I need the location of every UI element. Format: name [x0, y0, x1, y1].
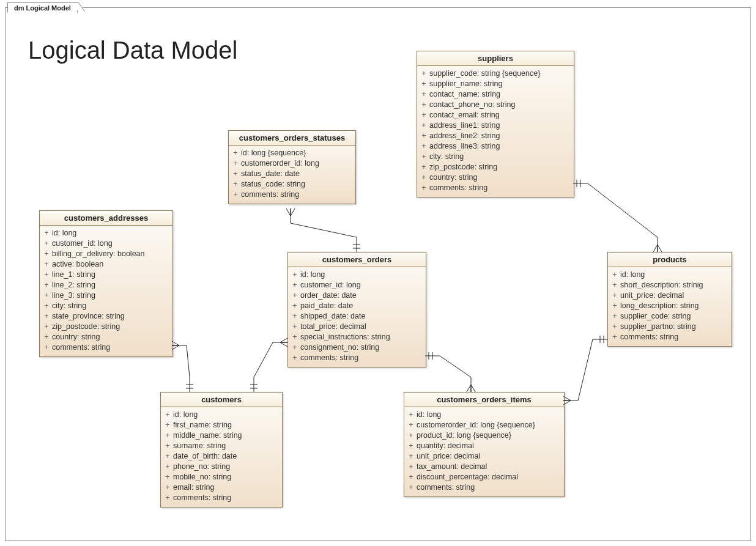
- attribute-row: +comments: string: [609, 332, 730, 342]
- attribute-row: +active: boolean: [41, 259, 171, 270]
- attribute-row: +city: string: [418, 152, 573, 162]
- attribute-text: line_1: string: [52, 270, 95, 280]
- attribute-row: +contact_name: string: [418, 89, 573, 100]
- attribute-text: paid_date: date: [300, 301, 353, 311]
- attribute-text: billing_or_delivery: boolean: [52, 249, 145, 259]
- attribute-text: country: string: [429, 172, 478, 183]
- attribute-text: comments: string: [241, 190, 299, 200]
- attribute-row: +status_code: string: [230, 179, 354, 190]
- attribute-text: customer_id: long: [52, 238, 113, 249]
- visibility-public-icon: +: [289, 301, 300, 311]
- attribute-text: status_date: date: [241, 169, 300, 179]
- visibility-public-icon: +: [418, 141, 429, 152]
- visibility-public-icon: +: [289, 290, 300, 301]
- visibility-public-icon: +: [289, 342, 300, 353]
- entity-customers[interactable]: customers+id: long+first_name: string+mi…: [160, 392, 283, 507]
- visibility-public-icon: +: [162, 430, 173, 441]
- visibility-public-icon: +: [289, 322, 300, 332]
- attribute-text: date_of_birth: date: [173, 451, 237, 462]
- visibility-public-icon: +: [609, 322, 620, 332]
- visibility-public-icon: +: [162, 493, 173, 503]
- attribute-text: customerorder_id: long: [241, 158, 319, 169]
- attribute-row: +order_date: date: [289, 290, 424, 301]
- attribute-text: zip_postcode: string: [429, 162, 497, 172]
- attribute-row: +comments: string: [406, 482, 563, 493]
- visibility-public-icon: +: [418, 120, 429, 131]
- visibility-public-icon: +: [230, 158, 241, 169]
- visibility-public-icon: +: [162, 441, 173, 451]
- attribute-text: line_3: string: [52, 290, 95, 301]
- attribute-row: +address_line2: string: [418, 131, 573, 141]
- attribute-row: +consignment_no: string: [289, 342, 424, 353]
- attribute-text: short_description: strinig: [620, 280, 703, 290]
- attribute-text: address_line1: string: [429, 120, 500, 131]
- entity-customers_addresses[interactable]: customers_addresses+id: long+customer_id…: [39, 210, 173, 357]
- visibility-public-icon: +: [162, 472, 173, 482]
- attribute-row: +unit_price: decimal: [406, 451, 563, 462]
- attribute-row: +product_id: long {sequence}: [406, 430, 563, 441]
- visibility-public-icon: +: [162, 420, 173, 430]
- attribute-row: +line_2: string: [41, 280, 171, 290]
- visibility-public-icon: +: [230, 190, 241, 200]
- attribute-row: +city: string: [41, 301, 171, 311]
- visibility-public-icon: +: [230, 169, 241, 179]
- attribute-row: +email: string: [162, 482, 281, 493]
- visibility-public-icon: +: [418, 172, 429, 183]
- visibility-public-icon: +: [406, 420, 417, 430]
- entity-customers_orders_statuses[interactable]: customers_orders_statuses+id: long {sequ…: [228, 130, 356, 204]
- visibility-public-icon: +: [41, 311, 52, 322]
- entity-customers_orders[interactable]: customers_orders+id: long+customer_id: l…: [287, 252, 426, 367]
- attribute-row: +surname: string: [162, 441, 281, 451]
- attribute-text: middle_name: string: [173, 430, 242, 441]
- visibility-public-icon: +: [418, 89, 429, 100]
- attribute-row: +id: long {sequence}: [230, 148, 354, 158]
- attribute-row: +shipped_date: date: [289, 311, 424, 322]
- attribute-row: +middle_name: string: [162, 430, 281, 441]
- entity-suppliers[interactable]: suppliers+supplier_code: string {sequenc…: [417, 51, 574, 197]
- attribute-text: id: long: [417, 410, 441, 420]
- attribute-row: +unit_price: decimal: [609, 290, 730, 301]
- attribute-text: id: long: [52, 228, 76, 238]
- attribute-text: comments: string: [429, 183, 487, 193]
- attribute-text: country: string: [52, 332, 100, 342]
- visibility-public-icon: +: [289, 353, 300, 363]
- attribute-row: +id: long: [406, 410, 563, 420]
- attribute-text: contact_phone_no: string: [429, 100, 515, 110]
- visibility-public-icon: +: [41, 290, 52, 301]
- entity-attributes: +id: long+short_description: strinig+uni…: [608, 267, 732, 346]
- visibility-public-icon: +: [41, 249, 52, 259]
- visibility-public-icon: +: [609, 332, 620, 342]
- attribute-text: comments: string: [300, 353, 358, 363]
- attribute-text: unit_price: decimal: [620, 290, 684, 301]
- visibility-public-icon: +: [162, 451, 173, 462]
- attribute-text: total_price: decimal: [300, 322, 366, 332]
- diagram-title: Logical Data Model: [28, 37, 237, 64]
- visibility-public-icon: +: [41, 259, 52, 270]
- attribute-row: +long_description: string: [609, 301, 730, 311]
- visibility-public-icon: +: [406, 462, 417, 472]
- attribute-text: product_id: long {sequence}: [417, 430, 511, 441]
- attribute-row: +tax_amount: decimal: [406, 462, 563, 472]
- visibility-public-icon: +: [418, 110, 429, 120]
- attribute-row: +discount_percentage: decimal: [406, 472, 563, 482]
- entity-products[interactable]: products+id: long+short_description: str…: [607, 252, 732, 347]
- attribute-row: +address_line3: string: [418, 141, 573, 152]
- attribute-row: +comments: string: [162, 493, 281, 503]
- visibility-public-icon: +: [406, 472, 417, 482]
- entity-header: customers_orders_statuses: [229, 131, 355, 146]
- visibility-public-icon: +: [41, 270, 52, 280]
- attribute-row: +total_price: decimal: [289, 322, 424, 332]
- attribute-row: +id: long: [162, 410, 281, 420]
- attribute-text: id: long {sequence}: [241, 148, 306, 158]
- visibility-public-icon: +: [162, 462, 173, 472]
- visibility-public-icon: +: [418, 162, 429, 172]
- visibility-public-icon: +: [418, 183, 429, 193]
- entity-attributes: +id: long+first_name: string+middle_name…: [161, 407, 282, 507]
- visibility-public-icon: +: [406, 410, 417, 420]
- entity-customers_orders_items[interactable]: customers_orders_items+id: long+customer…: [404, 392, 565, 497]
- attribute-text: customer_id: long: [300, 280, 361, 290]
- visibility-public-icon: +: [418, 100, 429, 110]
- attribute-text: special_instructions: string: [300, 332, 390, 342]
- entity-attributes: +id: long+customerorder_id: long {sequen…: [404, 407, 564, 496]
- attribute-row: +supplier_name: string: [418, 79, 573, 89]
